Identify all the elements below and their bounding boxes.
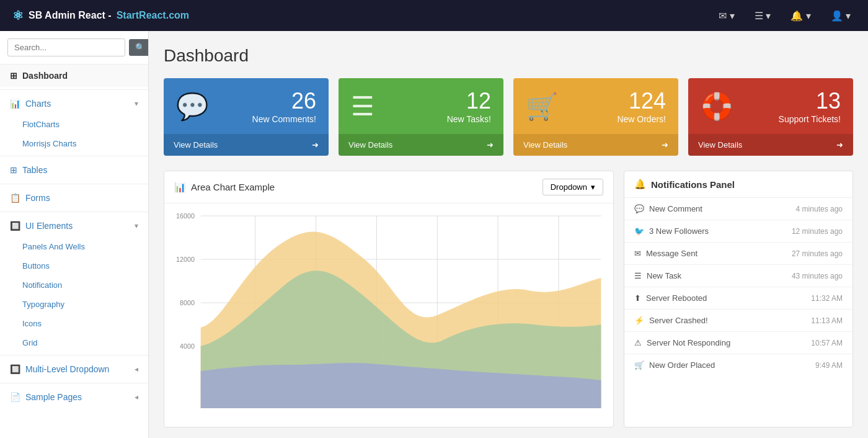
notif-item-crashed[interactable]: ⚡ Server Crashed! 11:13 AM xyxy=(624,310,852,332)
stat-card-footer-tasks[interactable]: View Details ➜ xyxy=(339,134,503,156)
notif-time: 11:32 AM xyxy=(811,294,843,303)
user-button[interactable]: 👤 ▾ xyxy=(826,7,856,24)
bell-button[interactable]: 🔔 ▾ xyxy=(786,7,815,24)
warning-icon: ⚠ xyxy=(634,338,642,347)
brand-text: SB Admin React - xyxy=(29,10,112,21)
notifications-title: Notifications Panel xyxy=(651,179,735,190)
notif-item-reboot[interactable]: ⬆ Server Rebooted 11:32 AM xyxy=(624,287,852,310)
arrow-right-icon: ➜ xyxy=(836,140,843,150)
stat-card-top-orders: 🛒 124 New Orders! xyxy=(513,78,678,134)
stat-label: New Tasks! xyxy=(447,114,491,124)
brand: ⚛ SB Admin React - StartReact.com xyxy=(12,8,189,23)
envelope-icon: ✉ xyxy=(634,249,641,258)
sidebar-item-ui-elements[interactable]: 🔲 UI Elements ▾ xyxy=(0,215,148,237)
lightning-icon: ⚡ xyxy=(634,316,644,325)
bell-icon: 🔔 xyxy=(634,179,646,190)
stat-number: 12 xyxy=(447,88,491,114)
footer-label: View Details xyxy=(523,140,567,150)
notif-left: 💬 New Comment xyxy=(634,204,702,213)
chevron-down-icon: ▾ xyxy=(591,182,595,192)
stat-label: New Orders! xyxy=(617,114,666,124)
stat-number: 26 xyxy=(252,88,316,114)
sidebar-item-dashboard[interactable]: ⊞ Dashboard xyxy=(0,65,148,87)
area-chart-svg: 16000 12000 8000 4000 xyxy=(164,203,613,427)
sample-pages-icon: 📄 xyxy=(10,392,20,402)
notif-item-order[interactable]: 🛒 New Order Placed 9:49 AM xyxy=(624,354,852,376)
stat-card-top-comments: 💬 26 New Comments! xyxy=(164,78,329,134)
notif-item-comment[interactable]: 💬 New Comment 4 minutes ago xyxy=(624,198,852,220)
chevron-down-icon: ▾ xyxy=(135,99,138,108)
sidebar-item-morrisjs[interactable]: Morrisjs Charts xyxy=(0,134,148,153)
stat-card-top-tickets: 🛟 13 Support Tickets! xyxy=(688,78,853,134)
notif-left: ⚠ Server Not Responding xyxy=(634,338,730,347)
sidebar-item-panels[interactable]: Panels And Wells xyxy=(0,237,148,256)
footer-label: View Details xyxy=(174,140,218,150)
chart-dropdown-button[interactable]: Dropdown ▾ xyxy=(542,179,603,195)
sidebar-item-multi-level[interactable]: 🔲 Multi-Level Dropdown ◂ xyxy=(0,358,148,380)
sidebar-item-flotcharts[interactable]: FlotCharts xyxy=(0,115,148,134)
divider xyxy=(0,156,148,156)
forms-icon: 📋 xyxy=(10,193,20,203)
task-icon: ☰ xyxy=(634,271,642,280)
svg-text:8000: 8000 xyxy=(180,299,195,306)
stat-card-info: 26 New Comments! xyxy=(252,88,316,124)
sidebar-item-grid[interactable]: Grid xyxy=(0,333,148,352)
stat-cards: 💬 26 New Comments! View Details ➜ ☰ 12 xyxy=(164,78,853,156)
chart-panel: 📊 Area Chart Example Dropdown ▾ xyxy=(164,171,614,427)
sidebar-item-tables[interactable]: ⊞ Tables xyxy=(0,159,148,181)
chart-title: 📊 Area Chart Example xyxy=(174,182,275,193)
sidebar-item-forms[interactable]: 📋 Forms xyxy=(0,187,148,209)
notif-label: Server Not Responding xyxy=(647,338,730,347)
sidebar-item-notification[interactable]: Notification xyxy=(0,275,148,295)
stat-card-footer-orders[interactable]: View Details ➜ xyxy=(513,134,678,156)
sidebar-item-label: Charts xyxy=(25,99,51,109)
stat-card-footer-comments[interactable]: View Details ➜ xyxy=(164,134,329,156)
notif-time: 10:57 AM xyxy=(811,339,843,347)
dropdown-label: Dropdown xyxy=(551,182,587,192)
search-input[interactable] xyxy=(7,38,125,56)
notif-item-not-responding[interactable]: ⚠ Server Not Responding 10:57 AM xyxy=(624,332,852,354)
notif-left: ⬆ Server Rebooted xyxy=(634,293,707,303)
stat-card-top-tasks: ☰ 12 New Tasks! xyxy=(339,78,503,134)
chevron-left-icon: ◂ xyxy=(135,393,138,401)
stat-card-tickets: 🛟 13 Support Tickets! View Details ➜ xyxy=(688,78,853,156)
svg-text:4000: 4000 xyxy=(180,342,195,350)
list-button[interactable]: ☰ ▾ xyxy=(750,7,776,24)
comment-icon: 💬 xyxy=(634,204,644,213)
notif-label: Server Crashed! xyxy=(649,316,708,325)
layout: 🔍 ⊞ Dashboard 📊 Charts ▾ FlotCharts Morr… xyxy=(0,31,868,438)
stat-card-footer-tickets[interactable]: View Details ➜ xyxy=(688,134,853,156)
sidebar-item-buttons[interactable]: Buttons xyxy=(0,256,148,275)
sidebar-item-charts[interactable]: 📊 Charts ▾ xyxy=(0,92,148,115)
notif-time: 9:49 AM xyxy=(815,361,843,370)
notif-left: ☰ New Task xyxy=(634,271,681,280)
sidebar-item-typography[interactable]: Typography xyxy=(0,295,148,314)
stat-label: Support Tickets! xyxy=(779,114,841,124)
notif-item-task[interactable]: ☰ New Task 43 minutes ago xyxy=(624,265,852,287)
stat-card-info: 124 New Orders! xyxy=(617,88,666,124)
topnav: ⚛ SB Admin React - StartReact.com ✉ ▾ ☰ … xyxy=(0,0,868,31)
brand-link[interactable]: StartReact.com xyxy=(117,10,189,21)
notif-item-followers[interactable]: 🐦 3 New Followers 12 minutes ago xyxy=(624,220,852,243)
notif-label: New Comment xyxy=(649,204,702,213)
page-title: Dashboard xyxy=(164,46,853,66)
ui-elements-icon: 🔲 xyxy=(10,221,20,231)
twitter-icon: 🐦 xyxy=(634,226,644,236)
chart-title-text: Area Chart Example xyxy=(191,182,275,192)
notif-left: 🛒 New Order Placed xyxy=(634,360,715,370)
mail-button[interactable]: ✉ ▾ xyxy=(714,7,739,24)
sidebar-search-container: 🔍 xyxy=(0,31,148,65)
sidebar-item-sample-pages[interactable]: 📄 Sample Pages ◂ xyxy=(0,386,148,408)
footer-label: View Details xyxy=(698,140,742,150)
stat-card-info: 12 New Tasks! xyxy=(447,88,491,124)
notif-item-message[interactable]: ✉ Message Sent 27 minutes ago xyxy=(624,243,852,265)
bottom-section: 📊 Area Chart Example Dropdown ▾ xyxy=(164,171,853,427)
notif-left: ⚡ Server Crashed! xyxy=(634,316,708,325)
divider xyxy=(0,355,148,355)
dashboard-icon: ⊞ xyxy=(10,71,17,81)
search-button[interactable]: 🔍 xyxy=(129,39,149,56)
notif-label: 3 New Followers xyxy=(649,226,709,236)
notif-time: 43 minutes ago xyxy=(792,272,843,280)
sidebar-item-label: Forms xyxy=(25,193,50,203)
sidebar-item-icons[interactable]: Icons xyxy=(0,314,148,333)
